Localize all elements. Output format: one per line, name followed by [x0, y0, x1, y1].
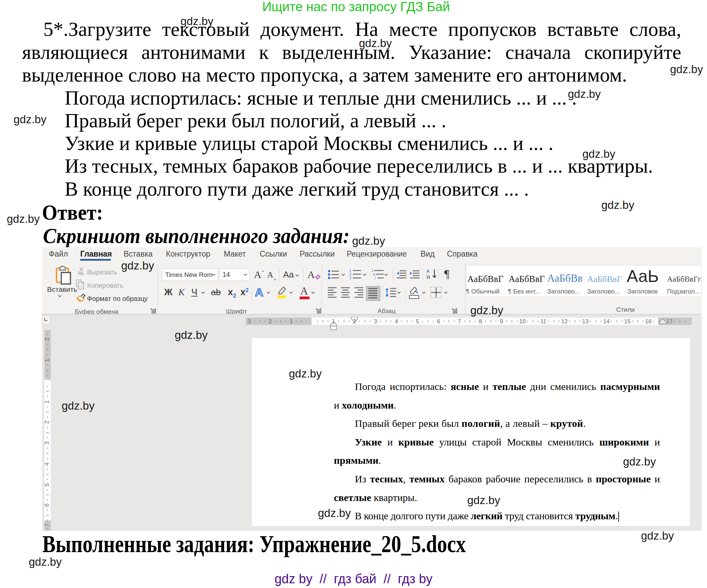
- svg-text:4: 4: [395, 318, 398, 325]
- svg-text:Я: Я: [426, 274, 430, 280]
- svg-text:i: i: [375, 276, 376, 280]
- svg-text:7: 7: [458, 318, 461, 325]
- svg-text:6: 6: [44, 503, 50, 506]
- svg-text:17: 17: [666, 318, 673, 325]
- svg-text:5: 5: [416, 318, 419, 325]
- svg-text:4: 4: [44, 462, 50, 465]
- svg-text:3: 3: [248, 318, 251, 325]
- svg-text:8: 8: [479, 318, 482, 325]
- svg-text:11: 11: [540, 318, 547, 325]
- svg-text:2: 2: [44, 337, 50, 341]
- svg-text:1: 1: [290, 318, 293, 325]
- svg-text:1: 1: [349, 269, 351, 273]
- svg-text:a: a: [373, 273, 375, 276]
- svg-text:1: 1: [44, 400, 50, 403]
- svg-text:2: 2: [353, 318, 356, 325]
- svg-text:1: 1: [44, 358, 50, 362]
- svg-text:3: 3: [349, 276, 351, 280]
- svg-text:2: 2: [349, 273, 351, 276]
- svg-text:1: 1: [332, 318, 335, 325]
- svg-text:3: 3: [44, 441, 50, 444]
- svg-text:14: 14: [603, 318, 610, 325]
- svg-text:9: 9: [500, 318, 503, 325]
- svg-text:1: 1: [371, 269, 373, 273]
- svg-text:А: А: [426, 268, 430, 274]
- svg-text:16: 16: [645, 318, 652, 325]
- svg-text:13: 13: [582, 318, 589, 325]
- svg-text:6: 6: [437, 318, 440, 325]
- svg-text:3: 3: [374, 318, 377, 325]
- svg-text:10: 10: [519, 318, 526, 325]
- svg-text:2: 2: [44, 420, 50, 423]
- svg-text:7: 7: [44, 523, 50, 526]
- svg-text:15: 15: [624, 318, 631, 325]
- svg-text:2: 2: [269, 318, 272, 325]
- svg-text:12: 12: [561, 318, 568, 325]
- svg-text:5: 5: [44, 483, 50, 486]
